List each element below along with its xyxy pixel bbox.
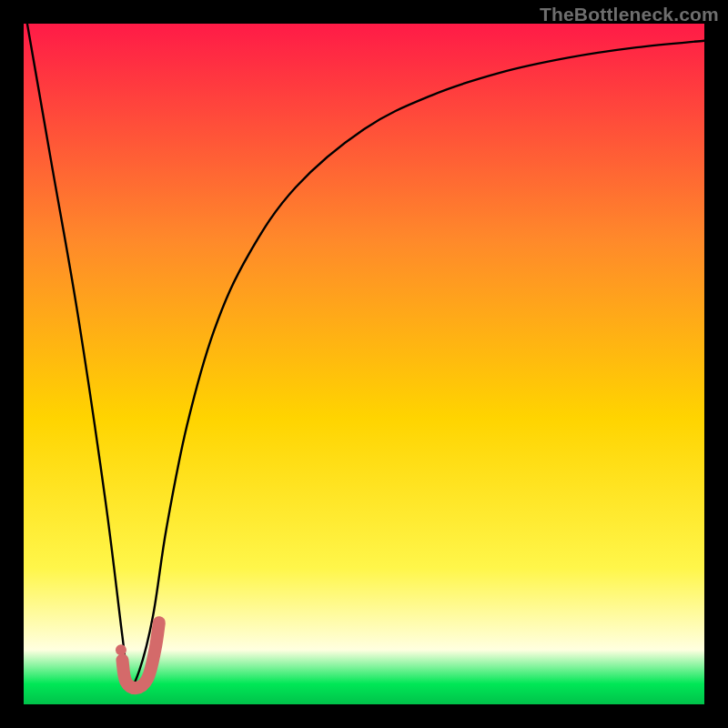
gradient-background bbox=[24, 24, 704, 704]
chart-frame: TheBottleneck.com bbox=[0, 0, 728, 728]
plot-area bbox=[24, 24, 704, 704]
j-marker-dot bbox=[116, 644, 126, 655]
watermark-text: TheBottleneck.com bbox=[540, 4, 719, 25]
chart-svg bbox=[24, 24, 704, 704]
